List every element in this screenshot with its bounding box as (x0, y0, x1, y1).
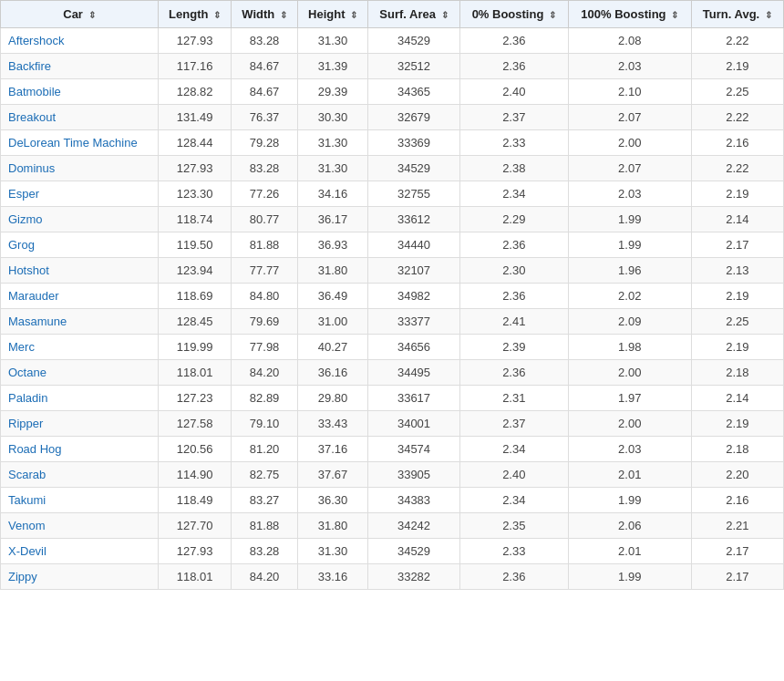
cell-length: 131.49 (158, 105, 232, 130)
cell-surf_area: 33369 (368, 130, 460, 156)
cell-width: 84.20 (232, 564, 298, 590)
cell-car[interactable]: Takumi (1, 488, 159, 513)
cell-turn_avg: 2.19 (691, 284, 783, 309)
cell-boost0: 2.38 (459, 156, 568, 181)
cell-boost100: 2.02 (568, 284, 691, 309)
cell-boost0: 2.30 (459, 258, 568, 284)
col-header-turn-avg[interactable]: Turn. Avg. ⇕ (691, 1, 783, 28)
cell-surf_area: 34574 (368, 437, 460, 462)
cell-car[interactable]: Marauder (1, 284, 159, 309)
col-header-car[interactable]: Car ⇕ (1, 1, 159, 28)
table-row: Esper123.3077.2634.16327552.342.032.19 (1, 181, 784, 207)
car-stats-table: Car ⇕ Length ⇕ Width ⇕ Height ⇕ Surf. Ar… (0, 0, 784, 590)
table-row: DeLorean Time Machine128.4479.2831.30333… (1, 130, 784, 156)
cell-car[interactable]: Ripper (1, 411, 159, 437)
cell-width: 79.69 (232, 309, 298, 335)
cell-width: 81.20 (232, 437, 298, 462)
sort-icon-length: ⇕ (213, 10, 221, 20)
cell-car[interactable]: Batmobile (1, 79, 159, 105)
cell-car[interactable]: Venom (1, 513, 159, 539)
cell-boost100: 2.03 (568, 54, 691, 79)
cell-surf_area: 34383 (368, 488, 460, 513)
cell-boost0: 2.31 (459, 386, 568, 411)
cell-width: 84.67 (232, 79, 298, 105)
cell-height: 31.39 (297, 54, 367, 79)
cell-width: 81.88 (232, 232, 298, 258)
cell-length: 127.58 (158, 411, 232, 437)
cell-width: 84.20 (232, 360, 298, 386)
cell-car[interactable]: Road Hog (1, 437, 159, 462)
cell-turn_avg: 2.19 (691, 335, 783, 360)
cell-length: 119.99 (158, 335, 232, 360)
cell-car[interactable]: X-Devil (1, 539, 159, 564)
cell-height: 36.93 (297, 232, 367, 258)
cell-height: 30.30 (297, 105, 367, 130)
cell-surf_area: 34982 (368, 284, 460, 309)
cell-width: 79.28 (232, 130, 298, 156)
cell-car[interactable]: Gizmo (1, 207, 159, 232)
table-row: Marauder118.6984.8036.49349822.362.022.1… (1, 284, 784, 309)
sort-icon-car: ⇕ (88, 10, 96, 20)
cell-height: 36.30 (297, 488, 367, 513)
cell-surf_area: 34495 (368, 360, 460, 386)
cell-boost100: 2.08 (568, 28, 691, 54)
cell-surf_area: 33377 (368, 309, 460, 335)
table-row: X-Devil127.9383.2831.30345292.332.012.17 (1, 539, 784, 564)
cell-car[interactable]: Zippy (1, 564, 159, 590)
table-row: Ripper127.5879.1033.43340012.372.002.19 (1, 411, 784, 437)
cell-boost0: 2.36 (459, 28, 568, 54)
col-header-length[interactable]: Length ⇕ (158, 1, 232, 28)
table-header-row: Car ⇕ Length ⇕ Width ⇕ Height ⇕ Surf. Ar… (1, 1, 784, 28)
cell-boost0: 2.40 (459, 462, 568, 488)
cell-width: 83.28 (232, 539, 298, 564)
cell-length: 118.74 (158, 207, 232, 232)
cell-length: 118.01 (158, 564, 232, 590)
cell-turn_avg: 2.25 (691, 79, 783, 105)
cell-turn_avg: 2.18 (691, 437, 783, 462)
cell-car[interactable]: Scarab (1, 462, 159, 488)
cell-turn_avg: 2.18 (691, 360, 783, 386)
cell-turn_avg: 2.19 (691, 411, 783, 437)
col-header-width[interactable]: Width ⇕ (232, 1, 298, 28)
cell-car[interactable]: Hotshot (1, 258, 159, 284)
cell-car[interactable]: Breakout (1, 105, 159, 130)
cell-surf_area: 34529 (368, 28, 460, 54)
cell-surf_area: 32755 (368, 181, 460, 207)
cell-width: 79.10 (232, 411, 298, 437)
cell-surf_area: 33617 (368, 386, 460, 411)
cell-width: 84.80 (232, 284, 298, 309)
cell-car[interactable]: Grog (1, 232, 159, 258)
cell-car[interactable]: Backfire (1, 54, 159, 79)
col-header-boost100[interactable]: 100% Boosting ⇕ (568, 1, 691, 28)
cell-turn_avg: 2.22 (691, 28, 783, 54)
cell-length: 127.70 (158, 513, 232, 539)
cell-turn_avg: 2.19 (691, 54, 783, 79)
cell-height: 36.17 (297, 207, 367, 232)
cell-height: 29.80 (297, 386, 367, 411)
col-header-height[interactable]: Height ⇕ (297, 1, 367, 28)
cell-length: 127.93 (158, 156, 232, 181)
cell-width: 77.98 (232, 335, 298, 360)
sort-icon-turn-avg: ⇕ (765, 10, 772, 20)
cell-boost100: 2.10 (568, 79, 691, 105)
cell-car[interactable]: Aftershock (1, 28, 159, 54)
cell-height: 31.00 (297, 309, 367, 335)
cell-turn_avg: 2.14 (691, 386, 783, 411)
cell-car[interactable]: Octane (1, 360, 159, 386)
cell-turn_avg: 2.20 (691, 462, 783, 488)
cell-car[interactable]: Masamune (1, 309, 159, 335)
cell-height: 31.30 (297, 130, 367, 156)
col-header-surf-area[interactable]: Surf. Area ⇕ (368, 1, 460, 28)
cell-height: 31.30 (297, 156, 367, 181)
cell-car[interactable]: DeLorean Time Machine (1, 130, 159, 156)
cell-car[interactable]: Merc (1, 335, 159, 360)
cell-turn_avg: 2.17 (691, 564, 783, 590)
table-row: Road Hog120.5681.2037.16345742.342.032.1… (1, 437, 784, 462)
cell-car[interactable]: Dominus (1, 156, 159, 181)
cell-height: 34.16 (297, 181, 367, 207)
cell-surf_area: 32512 (368, 54, 460, 79)
cell-car[interactable]: Paladin (1, 386, 159, 411)
col-header-boost0[interactable]: 0% Boosting ⇕ (459, 1, 568, 28)
cell-length: 118.49 (158, 488, 232, 513)
cell-car[interactable]: Esper (1, 181, 159, 207)
